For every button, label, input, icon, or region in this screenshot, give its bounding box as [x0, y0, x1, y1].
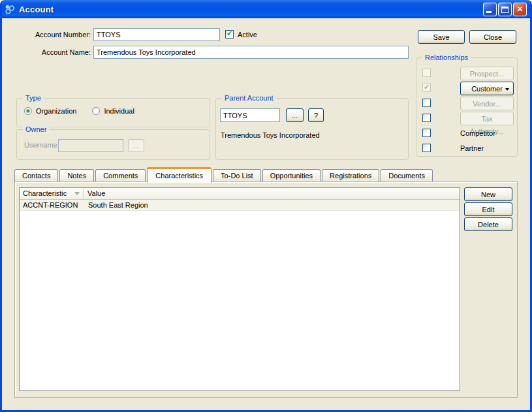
type-title: Type	[23, 93, 44, 103]
cell-value: South East Region	[84, 200, 460, 210]
table-header: Characteristic Value	[20, 188, 460, 200]
relationships-rows: Prospect...CustomerVendor...Tax Authorit…	[416, 58, 517, 157]
tab-comments[interactable]: Comments	[95, 169, 146, 182]
type-group: Type OrganizationIndividual	[16, 98, 210, 127]
parent-help-button[interactable]: ?	[308, 108, 324, 122]
type-radio-individual[interactable]	[92, 107, 100, 115]
dialog-content: Account Number: Active Account Name: Sav…	[2, 18, 530, 410]
partner-checkbox[interactable]	[422, 144, 431, 152]
close-window-button[interactable]: ✕	[513, 3, 527, 16]
owner-group: Owner Username: ...	[16, 129, 210, 160]
tab-notes[interactable]: Notes	[59, 169, 94, 182]
active-checkbox[interactable]	[225, 30, 234, 39]
tax-authority-checkbox[interactable]	[422, 114, 431, 122]
type-radio-organization[interactable]	[24, 107, 32, 115]
account-number-input[interactable]	[93, 28, 220, 41]
window-title: Account	[19, 5, 54, 14]
tab-opportunities[interactable]: Opportunities	[262, 169, 321, 182]
minimize-icon	[486, 11, 492, 13]
relationship-row-vendor: Vendor...	[416, 97, 517, 112]
account-name-input[interactable]	[93, 46, 409, 59]
column-header-characteristic[interactable]: Characteristic	[20, 188, 84, 199]
parent-account-title: Parent Account	[222, 93, 276, 103]
customer-checkbox	[422, 84, 431, 92]
relationship-row-competitor: Competitor	[416, 127, 517, 142]
tax-authority-button: Tax Authority...	[460, 112, 514, 125]
parent-account-group: Parent Account ... ? Tremendous Toys Inc…	[215, 98, 409, 160]
edit-button[interactable]: Edit	[464, 202, 512, 216]
tab-characteristics[interactable]: Characteristics	[147, 167, 211, 183]
characteristics-panel: Characteristic Value ACCNT-REGIONSouth E…	[14, 182, 518, 398]
column-header-value[interactable]: Value	[84, 188, 460, 199]
username-label: Username:	[24, 138, 59, 151]
characteristics-table: Characteristic Value ACCNT-REGIONSouth E…	[19, 187, 460, 391]
customer-button[interactable]: Customer	[460, 82, 514, 95]
owner-browse-button: ...	[128, 139, 144, 152]
maximize-button[interactable]	[498, 3, 512, 16]
tab-bar: ContactsNotesCommentsCharacteristicsTo-D…	[14, 166, 434, 182]
type-radio-label-organization: Organization	[36, 107, 76, 115]
tab-contacts[interactable]: Contacts	[14, 169, 58, 182]
relationship-row-customer: Customer	[416, 82, 517, 97]
active-label: Active	[238, 28, 257, 41]
prospect-checkbox	[422, 69, 431, 77]
owner-title: Owner	[23, 125, 49, 134]
cell-characteristic: ACCNT-REGION	[20, 200, 84, 210]
type-options: OrganizationIndividual	[24, 107, 150, 115]
chevron-down-icon	[505, 88, 509, 91]
delete-button[interactable]: Delete	[464, 217, 512, 231]
relationship-row-tax-authority: Tax Authority...	[416, 112, 517, 127]
table-action-buttons: NewEditDelete	[464, 187, 512, 231]
maximize-icon	[501, 7, 509, 13]
partner-label: Partner	[460, 144, 484, 152]
save-button[interactable]: Save	[418, 30, 465, 44]
close-icon: ✕	[514, 5, 526, 14]
prospect-button-label: Prospect...	[465, 68, 509, 80]
vendor-button: Vendor...	[460, 97, 514, 110]
tab-to-do-list[interactable]: To-Do List	[213, 169, 261, 182]
parent-resolved-name: Tremendous Toys Incorporated	[221, 129, 320, 142]
table-body: ACCNT-REGIONSouth East Region	[20, 200, 460, 211]
account-window: Account ✕ Account Number: Active Account…	[0, 0, 532, 412]
parent-browse-button[interactable]: ...	[286, 108, 304, 122]
minimize-button[interactable]	[483, 3, 497, 16]
competitor-checkbox[interactable]	[422, 129, 431, 137]
vendor-checkbox[interactable]	[422, 99, 431, 107]
vendor-button-label: Vendor...	[465, 98, 509, 110]
customer-button-label: Customer	[465, 83, 509, 95]
relationship-row-prospect: Prospect...	[416, 67, 517, 82]
close-button[interactable]: Close	[469, 30, 516, 44]
parent-account-input[interactable]	[220, 108, 280, 122]
table-row-accnt-region[interactable]: ACCNT-REGIONSouth East Region	[20, 200, 460, 211]
account-app-icon	[5, 4, 15, 14]
username-input	[58, 139, 123, 152]
relationships-group: Relationships Prospect...CustomerVendor.…	[416, 57, 518, 157]
relationship-row-partner: Partner	[416, 142, 517, 157]
account-name-label: Account Name:	[14, 46, 91, 59]
relationships-title: Relationships	[422, 53, 471, 62]
tab-registrations[interactable]: Registrations	[322, 169, 379, 182]
competitor-label: Competitor	[460, 129, 495, 137]
tab-documents[interactable]: Documents	[381, 169, 433, 182]
type-radio-label-individual: Individual	[104, 107, 134, 115]
account-number-label: Account Number:	[14, 28, 91, 41]
sort-descending-icon	[74, 192, 80, 195]
titlebar: Account ✕	[0, 0, 532, 18]
prospect-button: Prospect...	[460, 67, 514, 80]
window-controls: ✕	[483, 3, 527, 16]
new-button[interactable]: New	[464, 187, 512, 201]
